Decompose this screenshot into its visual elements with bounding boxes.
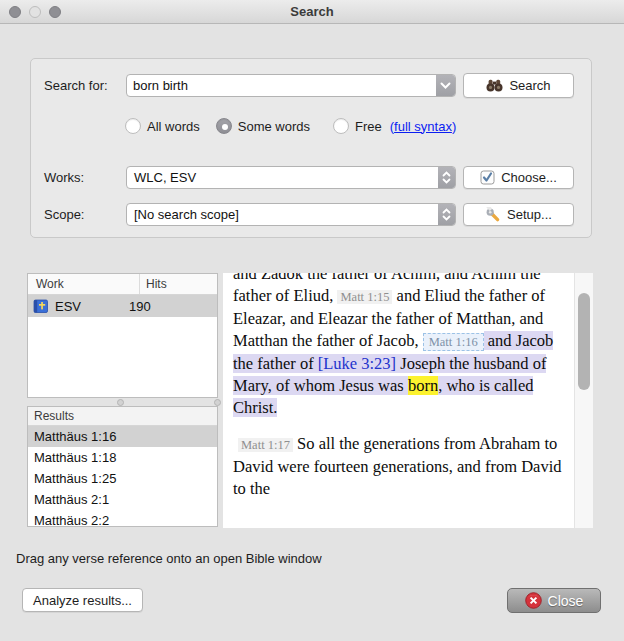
radio-all-words[interactable]: All words bbox=[125, 118, 200, 134]
red-circle-x-icon bbox=[525, 592, 542, 609]
window-title: Search bbox=[0, 4, 624, 19]
work-name: ESV bbox=[55, 299, 122, 314]
results-list: Results Matthäus 1:16 Matthäus 1:18 Matt… bbox=[27, 406, 218, 527]
result-item[interactable]: Matthäus 2:2 bbox=[28, 510, 217, 527]
work-hits-table: Work Hits ESV 190 bbox=[27, 273, 218, 398]
wrench-icon bbox=[485, 207, 501, 223]
work-hits-header: Work Hits bbox=[28, 274, 217, 295]
splitter-grip-icon[interactable] bbox=[117, 399, 124, 406]
setup-button[interactable]: Setup... bbox=[463, 203, 574, 226]
verse-text-pane[interactable]: and Zadok the father of Achim, and Achim… bbox=[223, 273, 574, 528]
search-mode-radio-group: All words Some words Free (full syntax) bbox=[110, 115, 580, 137]
scope-label: Scope: bbox=[44, 203, 84, 226]
close-button-label: Close bbox=[548, 593, 584, 609]
up-down-chevrons-icon[interactable] bbox=[438, 204, 455, 225]
full-syntax-link[interactable]: full syntax bbox=[394, 119, 452, 134]
scrollbar-thumb[interactable] bbox=[578, 293, 590, 390]
verse-reference[interactable]: Matt 1:16 bbox=[423, 333, 484, 351]
radio-circle-icon bbox=[216, 118, 232, 134]
radio-some-words[interactable]: Some words bbox=[216, 118, 310, 134]
scope-popup[interactable]: [No search scope] bbox=[126, 203, 456, 226]
verse-reference[interactable]: [Luke 3:23] bbox=[318, 354, 396, 373]
verse-paragraph: Matt 1:17 So all the generations from Ab… bbox=[233, 433, 566, 500]
work-column-header[interactable]: Work bbox=[28, 274, 139, 294]
verse-paragraph: and Zadok the father of Achim, and Achim… bbox=[233, 273, 566, 419]
search-button-label: Search bbox=[509, 78, 550, 93]
verse-text-segment: born bbox=[408, 376, 438, 395]
chevron-down-icon[interactable] bbox=[436, 75, 455, 96]
result-item[interactable]: Matthäus 2:1 bbox=[28, 489, 217, 510]
choose-button-label: Choose... bbox=[501, 170, 557, 185]
setup-button-label: Setup... bbox=[507, 207, 552, 222]
search-for-label: Search for: bbox=[44, 74, 108, 97]
works-label: Works: bbox=[44, 166, 84, 189]
verse-reference[interactable]: Matt 1:17 bbox=[238, 438, 293, 452]
radio-circle-icon bbox=[125, 118, 141, 134]
analyze-results-button[interactable]: Analyze results... bbox=[22, 588, 143, 612]
hits-column-header[interactable]: Hits bbox=[139, 274, 217, 294]
radio-free[interactable]: Free bbox=[333, 118, 382, 134]
result-item[interactable]: Matthäus 1:16 bbox=[28, 426, 217, 447]
analyze-results-label: Analyze results... bbox=[33, 593, 132, 608]
up-down-chevrons-icon[interactable] bbox=[438, 167, 455, 188]
result-item[interactable]: Matthäus 1:25 bbox=[28, 468, 217, 489]
checked-checkbox-icon bbox=[480, 170, 495, 185]
work-hits-count: 190 bbox=[122, 299, 151, 314]
result-item[interactable]: Matthäus 1:18 bbox=[28, 447, 217, 468]
close-button[interactable]: Close bbox=[507, 588, 601, 613]
splitter-grip-icon[interactable] bbox=[214, 399, 221, 406]
works-popup-value: WLC, ESV bbox=[127, 167, 438, 188]
radio-circle-icon bbox=[333, 118, 349, 134]
search-query-input[interactable] bbox=[127, 75, 436, 96]
results-list-header: Results bbox=[28, 407, 217, 426]
works-popup[interactable]: WLC, ESV bbox=[126, 166, 456, 189]
search-button[interactable]: Search bbox=[463, 73, 574, 98]
work-table-row[interactable]: ESV 190 bbox=[28, 295, 217, 317]
choose-button[interactable]: Choose... bbox=[463, 166, 574, 189]
scope-popup-value: [No search scope] bbox=[127, 204, 438, 225]
bible-book-icon bbox=[33, 299, 49, 314]
binoculars-icon bbox=[486, 79, 503, 92]
drag-hint-text: Drag any verse reference onto an open Bi… bbox=[16, 551, 322, 566]
title-bar: Search bbox=[0, 0, 624, 24]
search-query-combobox[interactable] bbox=[126, 74, 456, 97]
full-syntax-wrapper: (full syntax) bbox=[390, 119, 457, 134]
verse-reference[interactable]: Matt 1:15 bbox=[337, 290, 392, 304]
